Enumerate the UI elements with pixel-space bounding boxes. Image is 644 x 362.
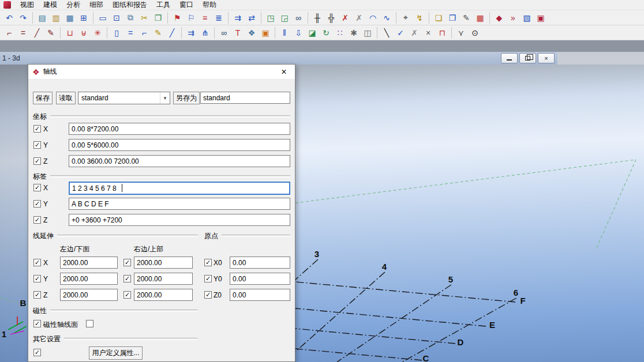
magnetic-extra-checkbox[interactable] (86, 320, 93, 327)
minimize-button[interactable] (501, 53, 518, 63)
label-z-checkbox[interactable]: ✓ (33, 216, 41, 224)
view-green-1-icon[interactable]: ◳ (264, 12, 277, 24)
coord-y-checkbox[interactable]: ✓ (33, 141, 41, 149)
weld-red-icon[interactable]: ⊓ (436, 27, 448, 39)
pen-dark-icon[interactable]: ✎ (44, 27, 57, 39)
ext-x-left-checkbox[interactable]: ✓ (33, 259, 41, 266)
label-x-checkbox[interactable]: ✓ (33, 184, 41, 191)
slope-blue-icon[interactable]: ╱ (166, 27, 178, 39)
create-grid-icon[interactable]: ╫ (311, 12, 324, 24)
ext-y-right-checkbox[interactable]: ✓ (123, 275, 131, 282)
other-settings-checkbox[interactable]: ✓ (33, 349, 41, 356)
menu-item[interactable]: 视图 (16, 0, 39, 10)
origin-x0-checkbox[interactable]: ✓ (204, 259, 212, 266)
label-x-input[interactable] (69, 182, 290, 195)
coord-z-checkbox[interactable]: ✓ (33, 157, 41, 165)
snapshot-view-icon[interactable]: ▧ (521, 12, 533, 24)
edit-grid-icon[interactable]: ╬ (325, 12, 338, 24)
label-y-input[interactable] (69, 198, 290, 210)
origin-z0-checkbox[interactable]: ✓ (204, 291, 212, 299)
check-icon[interactable]: ✓ (394, 27, 407, 39)
coord-x-input[interactable] (69, 123, 290, 135)
profile-select[interactable]: standard ▾ (78, 92, 170, 104)
ext-x-right-checkbox[interactable]: ✓ (123, 259, 131, 266)
columns-icon[interactable]: ‖ (278, 27, 291, 39)
pan-icon[interactable]: ⇄ (245, 12, 258, 24)
line-icon[interactable]: ╲ (380, 27, 393, 39)
phase-manager-icon[interactable]: ⚑ (171, 12, 184, 24)
label-z-input[interactable] (69, 214, 290, 226)
component-catalog-icon[interactable]: ◆ (493, 12, 506, 24)
open-drawing-icon[interactable]: ▥ (50, 12, 62, 24)
dialog-titlebar[interactable]: ❖ 轴线 × (28, 65, 295, 80)
close-window-button[interactable]: × (538, 53, 555, 63)
view-list-red-icon[interactable]: ≡ (199, 12, 211, 24)
copy-properties-icon[interactable]: ❏ (432, 12, 445, 24)
print-icon[interactable]: ⊞ (77, 12, 90, 24)
layout-icon[interactable]: ❖ (245, 27, 258, 39)
branch-icon[interactable]: ⋎ (455, 27, 467, 39)
ext-z-left-checkbox[interactable]: ✓ (33, 291, 41, 299)
redo-icon[interactable]: ↷ (17, 12, 29, 24)
origin-y0-checkbox[interactable]: ✓ (204, 275, 212, 282)
menu-item[interactable]: 工具 (152, 0, 175, 10)
select-object-icon[interactable]: ⊡ (110, 12, 123, 24)
corner-blue-icon[interactable]: ⌐ (138, 27, 151, 39)
save-button[interactable]: 保存 (33, 92, 53, 104)
ext-z-left-input[interactable] (60, 289, 118, 301)
drawing-list-icon[interactable]: ▦ (63, 12, 76, 24)
pen-yellow-icon[interactable]: ✎ (152, 27, 164, 39)
arrows-blue-icon[interactable]: ⇉ (185, 27, 197, 39)
joint-node-icon[interactable]: ⋔ (199, 27, 211, 39)
ext-z-right-input[interactable] (134, 289, 193, 301)
menu-item[interactable]: 细部 (85, 0, 108, 10)
report-icon[interactable]: ▤ (36, 12, 48, 24)
origin-x0-input[interactable] (230, 257, 290, 269)
settings-icon[interactable]: ✱ (347, 27, 360, 39)
more-tools-icon[interactable]: » (507, 12, 519, 24)
weld-u-icon[interactable]: ⊔ (63, 27, 76, 39)
view-list-blue-icon[interactable]: ≣ (212, 12, 225, 24)
rotate-icon[interactable]: ↻ (320, 27, 332, 39)
restore-button[interactable] (519, 53, 536, 63)
beam-dark-icon[interactable]: ⌐ (3, 27, 16, 39)
save-as-button[interactable]: 另存为 (173, 92, 200, 104)
level-icon[interactable]: ⇩ (292, 27, 305, 39)
paste-properties-icon[interactable]: ❐ (446, 12, 459, 24)
delete-gray-icon[interactable]: ✗ (353, 12, 365, 24)
select-area-icon[interactable]: ▭ (96, 12, 109, 24)
ext-x-left-input[interactable] (60, 257, 118, 269)
clash-x-icon[interactable]: ✗ (408, 27, 421, 39)
ext-z-right-checkbox[interactable]: ✓ (123, 291, 131, 299)
menu-item[interactable]: 帮助 (198, 0, 221, 10)
point-icon[interactable]: ⊙ (469, 27, 481, 39)
menu-item[interactable]: 分析 (62, 0, 85, 10)
plate-dark-icon[interactable]: = (17, 27, 29, 39)
plate-blue-icon[interactable]: = (124, 27, 137, 39)
coord-z-input[interactable] (69, 155, 290, 167)
bolt-icon[interactable]: ↯ (413, 12, 426, 24)
weld-u-dot-icon[interactable]: ⊎ (77, 27, 90, 39)
menu-item[interactable]: 窗口 (175, 0, 198, 10)
auto-connection-icon[interactable]: ▦ (474, 12, 486, 24)
spline-icon[interactable]: ∿ (380, 12, 393, 24)
beam-blue-icon[interactable]: ▯ (110, 27, 123, 39)
text-tool-icon[interactable]: T (231, 27, 244, 39)
magnetic-plane-checkbox[interactable]: ✓ (33, 320, 41, 327)
slope-dark-icon[interactable]: ╱ (31, 27, 43, 39)
ext-y-left-checkbox[interactable]: ✓ (33, 275, 41, 282)
ext-y-right-input[interactable] (134, 273, 193, 285)
user-defined-attributes-button[interactable]: 用户定义属性... (89, 346, 143, 360)
object-properties-icon[interactable]: ✎ (460, 12, 473, 24)
menu-item[interactable]: 图纸和报告 (108, 0, 152, 10)
coord-x-checkbox[interactable]: ✓ (33, 125, 41, 133)
screenshot-icon[interactable]: ⧉ (124, 12, 137, 24)
arc-icon[interactable]: ◠ (366, 12, 379, 24)
load-button[interactable]: 读取 (56, 92, 76, 104)
paste-icon[interactable]: ❐ (152, 12, 164, 24)
coord-y-input[interactable] (69, 139, 290, 151)
find-icon[interactable]: ∞ (292, 12, 305, 24)
cut-icon[interactable]: ✂ (138, 12, 151, 24)
delete-red-icon[interactable]: ✗ (339, 12, 351, 24)
view-plane-icon[interactable]: ◪ (306, 27, 319, 39)
